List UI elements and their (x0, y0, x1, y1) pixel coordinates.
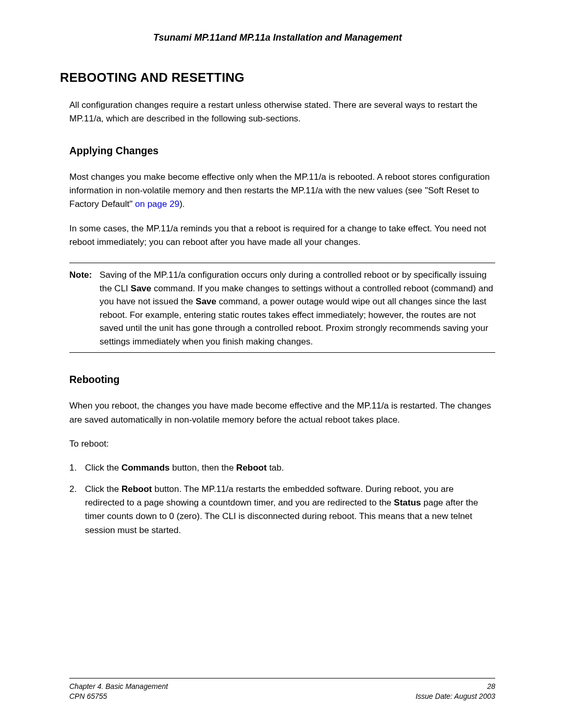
page-footer: Chapter 4. Basic Management 28 CPN 65755… (69, 678, 495, 702)
footer-divider (69, 678, 495, 678)
bold-text: Reboot (121, 484, 152, 494)
text-segment: Most changes you make become effective o… (69, 172, 489, 209)
footer-issue-date: Issue Date: August 2003 (415, 692, 495, 702)
bold-text: Status (394, 498, 421, 508)
step-number: 2. (69, 483, 85, 537)
bold-text: Save (195, 297, 216, 306)
bold-text: Reboot (236, 463, 267, 473)
text-segment: Click the (85, 484, 121, 494)
section-heading-rebooting: Rebooting (69, 374, 495, 386)
note-label: Note: (69, 268, 100, 348)
paragraph-applying-changes-1: Most changes you make become effective o… (69, 170, 495, 212)
step-item: 2. Click the Reboot button. The MP.11/a … (69, 483, 495, 537)
footer-page-number: 28 (487, 682, 495, 692)
bold-text: Save (131, 283, 152, 293)
footer-chapter: Chapter 4. Basic Management (69, 682, 168, 692)
document-header: Tsunami MP.11and MP.11a Installation and… (60, 32, 495, 43)
bold-text: Commands (121, 463, 170, 473)
step-text: Click the Reboot button. The MP.11/a res… (85, 483, 495, 537)
page-link[interactable]: on page 29 (135, 199, 179, 209)
text-segment: tab. (267, 463, 284, 473)
note-text: Saving of the MP.11/a configuration occu… (100, 268, 495, 348)
steps-list: 1. Click the Commands button, then the R… (69, 461, 495, 537)
paragraph-applying-changes-2: In some cases, the MP.11/a reminds you t… (69, 222, 495, 250)
text-segment: ). (179, 199, 185, 209)
note-box: Note: Saving of the MP.11/a configuratio… (69, 263, 495, 353)
intro-paragraph: All configuration changes require a rest… (69, 98, 495, 126)
footer-cpn: CPN 65755 (69, 692, 107, 702)
step-text: Click the Commands button, then the Rebo… (85, 461, 495, 475)
text-segment: Click the (85, 463, 121, 473)
paragraph-rebooting-2: To reboot: (69, 437, 495, 451)
paragraph-rebooting-1: When you reboot, the changes you have ma… (69, 399, 495, 427)
step-item: 1. Click the Commands button, then the R… (69, 461, 495, 475)
step-number: 1. (69, 461, 85, 475)
main-heading: REBOOTING AND RESETTING (60, 70, 495, 85)
section-heading-applying-changes: Applying Changes (69, 145, 495, 157)
text-segment: button, then the (170, 463, 237, 473)
